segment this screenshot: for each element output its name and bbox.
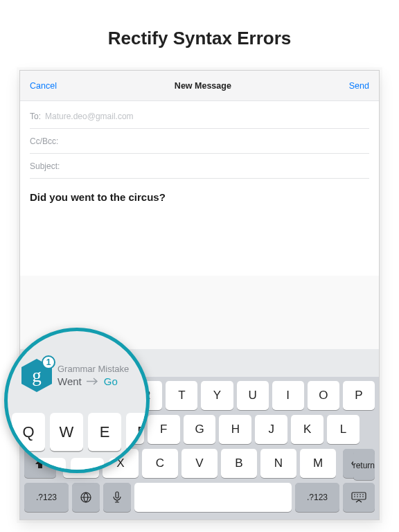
key-t[interactable]: T: [166, 381, 197, 410]
dismiss-keyboard-key[interactable]: [343, 483, 375, 512]
key-w[interactable]: W: [50, 413, 83, 451]
suggestion-label: Grammar Mistake: [57, 364, 129, 374]
key-h[interactable]: H: [219, 415, 251, 444]
cancel-button[interactable]: Cancel: [30, 81, 57, 91]
grammar-suggestion[interactable]: Grammar Mistake Went Go: [57, 364, 129, 387]
key-q[interactable]: Q: [12, 413, 45, 451]
magnifier-callout: g 1 Grammar Mistake Went Go QWER ASD: [4, 328, 150, 473]
key-m[interactable]: M: [300, 449, 336, 478]
key-l[interactable]: L: [327, 415, 360, 444]
send-button[interactable]: Send: [349, 81, 369, 91]
suggestion-to: Go: [104, 375, 118, 387]
key-c[interactable]: C: [142, 449, 178, 478]
cc-field-row[interactable]: Cc/Bcc:: [30, 129, 369, 154]
key-e[interactable]: E: [88, 413, 121, 451]
subject-field-row[interactable]: Subject:: [30, 154, 369, 179]
key-k[interactable]: K: [291, 415, 323, 444]
key-g[interactable]: G: [184, 415, 216, 444]
navbar: Cancel New Message Send: [20, 71, 379, 101]
svg-rect-1: [116, 492, 118, 498]
keyboard-row-4: .?123 .?123: [23, 483, 376, 512]
key-u[interactable]: U: [237, 381, 269, 410]
key-n[interactable]: N: [260, 449, 296, 478]
space-key[interactable]: [134, 483, 292, 512]
subject-label: Subject:: [30, 161, 60, 171]
dictation-key[interactable]: [103, 483, 131, 512]
key-f[interactable]: F: [148, 415, 180, 444]
svg-rect-2: [352, 493, 366, 499]
key-o[interactable]: O: [308, 381, 339, 410]
globe-key[interactable]: [72, 483, 100, 512]
to-value: Mature.deo@gmail.com: [45, 112, 134, 121]
page-title: Rectify Syntax Errors: [0, 0, 399, 70]
arrow-right-icon: [87, 378, 99, 385]
return-key[interactable]: return: [353, 451, 375, 480]
message-body[interactable]: Did you went to the circus?: [20, 179, 379, 276]
key-j[interactable]: J: [255, 415, 287, 444]
numeric-key-right[interactable]: .?123: [295, 483, 339, 512]
key-b[interactable]: B: [221, 449, 257, 478]
key-v[interactable]: V: [181, 449, 218, 478]
email-fields: To: Mature.deo@gmail.com Cc/Bcc: Subject…: [20, 101, 379, 179]
navbar-title: New Message: [175, 81, 231, 91]
suggestion-from: Went: [57, 375, 82, 387]
to-label: To:: [30, 112, 41, 121]
numeric-key-left[interactable]: .?123: [24, 483, 69, 512]
to-field-row[interactable]: To: Mature.deo@gmail.com: [30, 104, 369, 129]
key-y[interactable]: Y: [201, 381, 233, 410]
suggestion-badge: 1: [42, 355, 55, 369]
key-i[interactable]: I: [272, 381, 304, 410]
key-p[interactable]: P: [343, 381, 375, 410]
cc-label: Cc/Bcc:: [30, 136, 58, 146]
